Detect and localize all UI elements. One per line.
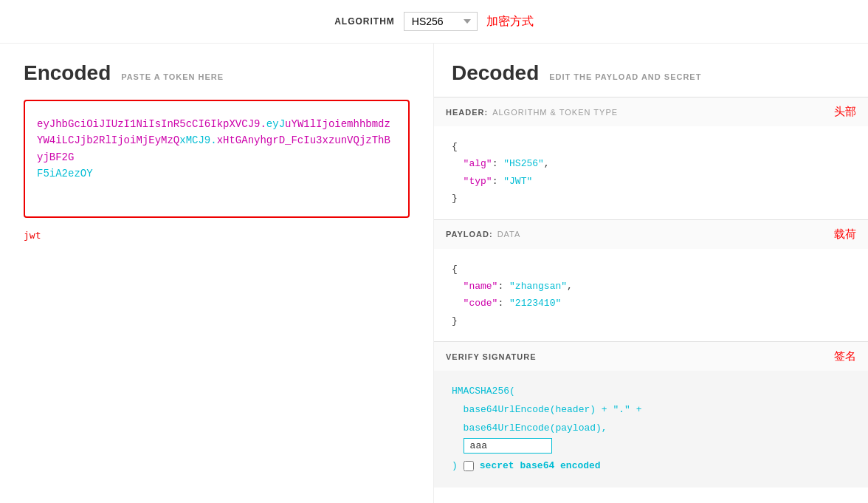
encoded-part1-dark: eyJhbGciOiJIUzI1NiIsInR5cCI6IkpXVCJ9.: [37, 118, 266, 130]
verify-chinese: 签名: [834, 349, 856, 363]
algorithm-select[interactable]: HS256 HS384 HS512 RS256: [404, 12, 478, 31]
payload-name-key: "name": [464, 281, 498, 292]
algorithm-label: ALGORITHM: [334, 16, 395, 27]
secret-input[interactable]: [464, 438, 552, 454]
close-paren: ): [452, 457, 458, 476]
payload-code-key: "code": [464, 298, 498, 309]
verify-section: VERIFY SIGNATURE 签名 HMACSHA256( base64Ur…: [434, 341, 868, 487]
secret-row: ) secret base64 encoded: [452, 457, 850, 476]
payload-close-brace: }: [452, 315, 458, 326]
payload-label: PAYLOAD:: [446, 230, 493, 239]
verify-code-block: HMACSHA256( base64UrlEncode(header) + ".…: [434, 371, 868, 487]
payload-section: PAYLOAD: DATA 载荷 { "name": "zhangsan", "…: [434, 219, 868, 342]
decoded-panel-header: Decoded EDIT THE PAYLOAD AND SECRET: [434, 61, 868, 97]
payload-code-value: "2123410": [509, 298, 561, 309]
header-section: HEADER: ALGORITHM & TOKEN TYPE 头部 { "alg…: [434, 97, 868, 219]
encoded-panel-header: Encoded PASTE A TOKEN HERE: [24, 61, 410, 85]
right-panel: Decoded EDIT THE PAYLOAD AND SECRET HEAD…: [434, 44, 868, 503]
payload-code-block[interactable]: { "name": "zhangsan", "code": "2123410" …: [434, 249, 868, 342]
encoded-subtitle: PASTE A TOKEN HERE: [121, 72, 224, 81]
encoded-part2-light: xMCJ9.: [179, 134, 216, 146]
payload-sublabel: DATA: [497, 230, 521, 239]
header-label-row: HEADER: ALGORITHM & TOKEN TYPE 头部: [434, 97, 868, 126]
secret-label: secret base64 encoded: [480, 457, 601, 476]
payload-chinese: 载荷: [834, 227, 856, 242]
decoded-title: Decoded: [452, 61, 539, 84]
payload-label-row: PAYLOAD: DATA 载荷: [434, 220, 868, 249]
header-open-brace: {: [452, 141, 458, 152]
header-typ-value: "JWT": [503, 176, 532, 187]
base64-checkbox[interactable]: [464, 461, 474, 471]
verify-line1: base64UrlEncode(header) + "." +: [464, 404, 642, 415]
header-close-brace: }: [452, 193, 458, 204]
encoded-title: Encoded: [24, 61, 111, 84]
header-typ-key: "typ": [464, 176, 492, 187]
top-bar: ALGORITHM HS256 HS384 HS512 RS256 加密方式: [0, 0, 868, 44]
header-label: HEADER:: [446, 108, 488, 117]
jwt-label: jwt: [24, 230, 410, 241]
encoded-token-box[interactable]: eyJhbGciOiJIUzI1NiIsInR5cCI6IkpXVCJ9.eyJ…: [24, 100, 410, 218]
header-sublabel: ALGORITHM & TOKEN TYPE: [492, 108, 618, 117]
header-alg-value: "HS256": [503, 158, 544, 169]
algorithm-chinese: 加密方式: [486, 14, 534, 30]
main-container: Encoded PASTE A TOKEN HERE eyJhbGciOiJIU…: [0, 44, 868, 503]
header-alg-key: "alg": [464, 158, 492, 169]
verify-label: VERIFY SIGNATURE: [446, 352, 537, 361]
decoded-subtitle: EDIT THE PAYLOAD AND SECRET: [549, 72, 701, 81]
header-code-block[interactable]: { "alg": "HS256", "typ": "JWT" }: [434, 126, 868, 219]
verify-line2: base64UrlEncode(payload),: [464, 422, 607, 434]
payload-open-brace: {: [452, 264, 458, 275]
header-chinese: 头部: [834, 105, 856, 119]
left-panel: Encoded PASTE A TOKEN HERE eyJhbGciOiJIU…: [0, 44, 434, 503]
verify-label-row: VERIFY SIGNATURE 签名: [434, 342, 868, 371]
verify-func-name: HMACSHA256(: [452, 386, 515, 397]
encoded-part1-light: eyJ: [266, 118, 285, 130]
payload-name-value: "zhangsan": [509, 281, 567, 292]
encoded-part3-light: F5iA2ezOY: [37, 168, 93, 179]
